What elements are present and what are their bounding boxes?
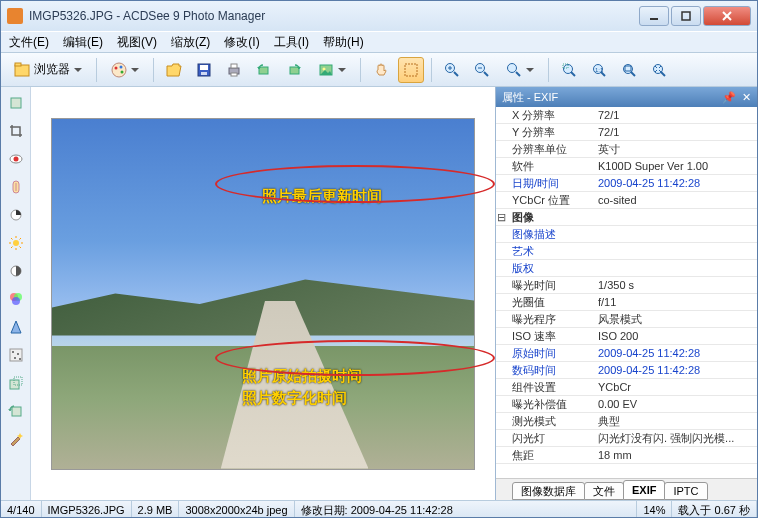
property-row: 闪光灯闪光灯没有闪. 强制闪光模... [496, 430, 757, 447]
palette-button[interactable] [104, 57, 146, 83]
print-icon [226, 62, 242, 78]
property-row[interactable]: 数码时间2009-04-25 11:42:28 [496, 362, 757, 379]
side-expose[interactable] [4, 203, 28, 227]
property-row[interactable]: 原始时间2009-04-25 11:42:28 [496, 345, 757, 362]
side-select[interactable] [4, 91, 28, 115]
svg-line-55 [19, 238, 21, 240]
select-icon [403, 62, 419, 78]
svg-point-59 [12, 297, 20, 305]
rotate-right-button[interactable] [281, 57, 307, 83]
menu-item[interactable]: 帮助(H) [323, 34, 364, 51]
property-row: YCbCr 位置co-sited [496, 192, 757, 209]
side-effects[interactable] [4, 427, 28, 451]
zoom-fit-button[interactable] [616, 57, 642, 83]
zoom-dropdown[interactable] [499, 57, 541, 83]
zoom-in-button[interactable] [439, 57, 465, 83]
menu-item[interactable]: 编辑(E) [63, 34, 103, 51]
photo: 照片最后更新时间 照片原始拍摄时间 照片数字化时间 [51, 118, 475, 470]
svg-line-31 [571, 72, 575, 76]
side-rotate[interactable] [4, 399, 28, 423]
minimize-button[interactable] [639, 6, 669, 26]
property-row: 软件K100D Super Ver 1.00 [496, 158, 757, 175]
image-icon [318, 62, 334, 78]
select-button[interactable] [398, 57, 424, 83]
property-row[interactable]: 艺术 [496, 243, 757, 260]
statusbar: 4/140 IMGP5326.JPG 2.9 MB 3008x2000x24b … [1, 500, 757, 518]
svg-line-37 [631, 72, 635, 76]
svg-point-9 [121, 70, 124, 73]
hand-icon [373, 62, 389, 78]
panel-close-icon[interactable]: ✕ [742, 91, 751, 104]
menu-item[interactable]: 工具(I) [274, 34, 309, 51]
browser-button[interactable]: 浏览器 [7, 57, 89, 83]
menu-item[interactable]: 视图(V) [117, 34, 157, 51]
zoom-icon [506, 62, 522, 78]
svg-rect-41 [11, 98, 21, 108]
side-noise[interactable] [4, 343, 28, 367]
menubar: 文件(E)编辑(E)视图(V)缩放(Z)修改(I)工具(I)帮助(H) [1, 31, 757, 53]
side-sharpen[interactable] [4, 315, 28, 339]
svg-rect-16 [259, 67, 268, 74]
save-button[interactable] [191, 57, 217, 83]
side-toolbar [1, 87, 31, 500]
svg-rect-12 [201, 72, 207, 75]
panel-tab[interactable]: 图像数据库 [512, 482, 585, 500]
rotate-left-button[interactable] [251, 57, 277, 83]
property-row: 分辨率单位英寸 [496, 141, 757, 158]
svg-line-53 [19, 247, 21, 249]
status-modified: 修改日期: 2009-04-25 11:42:28 [295, 501, 638, 518]
property-row: Y 分辨率72/1 [496, 124, 757, 141]
svg-rect-5 [15, 63, 21, 66]
maximize-button[interactable] [671, 6, 701, 26]
zoom-out-button[interactable] [469, 57, 495, 83]
browser-label: 浏览器 [34, 61, 70, 78]
svg-point-63 [14, 357, 16, 359]
zoom-actual-button[interactable]: 1:1 [586, 57, 612, 83]
svg-rect-11 [200, 65, 208, 70]
svg-line-22 [454, 72, 458, 76]
palette-icon [111, 62, 127, 78]
folder-open-icon [166, 62, 182, 78]
status-dimensions: 3008x2000x24b jpeg [179, 501, 294, 518]
svg-point-28 [508, 63, 517, 72]
panel-tab[interactable]: EXIF [623, 480, 665, 500]
side-redeye[interactable] [4, 147, 28, 171]
property-row[interactable]: 版权 [496, 260, 757, 277]
pan-button[interactable] [368, 57, 394, 83]
menu-item[interactable]: 缩放(Z) [171, 34, 210, 51]
svg-point-62 [17, 353, 19, 355]
image-viewer[interactable]: 照片最后更新时间 照片原始拍摄时间 照片数字化时间 [31, 87, 495, 500]
close-button[interactable] [703, 6, 751, 26]
zoom-fit2-button[interactable] [646, 57, 672, 83]
side-brightness[interactable] [4, 231, 28, 255]
svg-point-47 [13, 240, 19, 246]
zoom-in-icon [444, 62, 460, 78]
side-heal[interactable] [4, 175, 28, 199]
panel-body[interactable]: X 分辨率72/1Y 分辨率72/1分辨率单位英寸软件K100D Super V… [496, 107, 757, 478]
panel-tab[interactable]: IPTC [664, 482, 707, 500]
pin-icon[interactable]: 📌 [722, 91, 736, 104]
panel-title: 属性 - EXIF 📌 ✕ [496, 87, 757, 107]
menu-item[interactable]: 文件(E) [9, 34, 49, 51]
svg-rect-14 [231, 64, 237, 68]
zoom-region-button[interactable] [556, 57, 582, 83]
print-button[interactable] [221, 57, 247, 83]
panel-tab[interactable]: 文件 [584, 482, 624, 500]
svg-point-7 [115, 66, 118, 69]
side-color[interactable] [4, 287, 28, 311]
svg-line-52 [11, 238, 13, 240]
open-button[interactable] [161, 57, 187, 83]
menu-item[interactable]: 修改(I) [224, 34, 259, 51]
status-filesize: 2.9 MB [132, 501, 180, 518]
side-resize[interactable] [4, 371, 28, 395]
svg-point-64 [19, 358, 21, 360]
property-row: 组件设置YCbCr [496, 379, 757, 396]
zoom-region-icon [561, 62, 577, 78]
side-shadow[interactable] [4, 259, 28, 283]
svg-rect-67 [12, 407, 21, 416]
side-crop[interactable] [4, 119, 28, 143]
image-tool-button[interactable] [311, 57, 353, 83]
property-row[interactable]: 日期/时间2009-04-25 11:42:28 [496, 175, 757, 192]
property-row[interactable]: 图像描述 [496, 226, 757, 243]
property-row: 曝光时间1/350 s [496, 277, 757, 294]
